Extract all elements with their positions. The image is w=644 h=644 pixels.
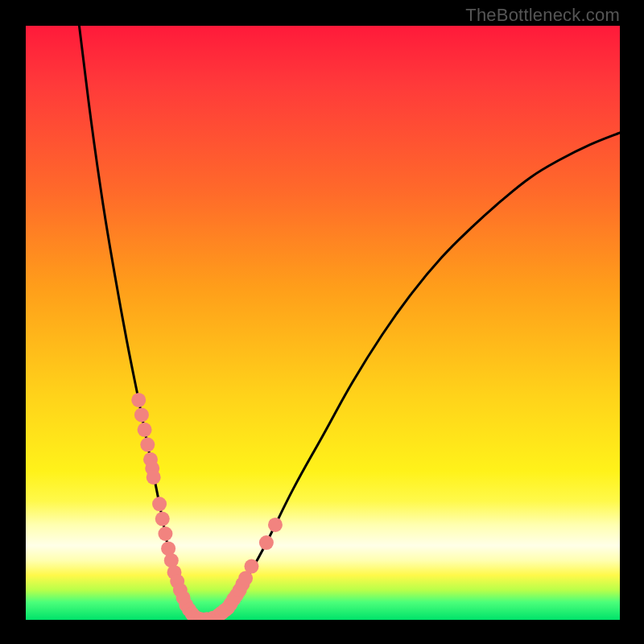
plot-area bbox=[26, 26, 620, 620]
threshold-dot bbox=[140, 437, 155, 452]
curve-layer bbox=[26, 26, 620, 620]
threshold-dot bbox=[147, 470, 161, 485]
threshold-dot bbox=[244, 559, 258, 574]
threshold-dots bbox=[131, 393, 283, 620]
threshold-dot bbox=[158, 526, 172, 541]
threshold-dot bbox=[155, 512, 170, 526]
watermark-text: TheBottleneck.com bbox=[465, 5, 620, 26]
threshold-dot bbox=[268, 518, 283, 532]
threshold-dot bbox=[152, 497, 167, 511]
threshold-dot bbox=[131, 393, 146, 407]
threshold-dot bbox=[134, 407, 149, 422]
threshold-dot bbox=[138, 423, 152, 437]
chart-frame: TheBottleneck.com bbox=[0, 0, 644, 644]
threshold-dot bbox=[259, 535, 274, 550]
